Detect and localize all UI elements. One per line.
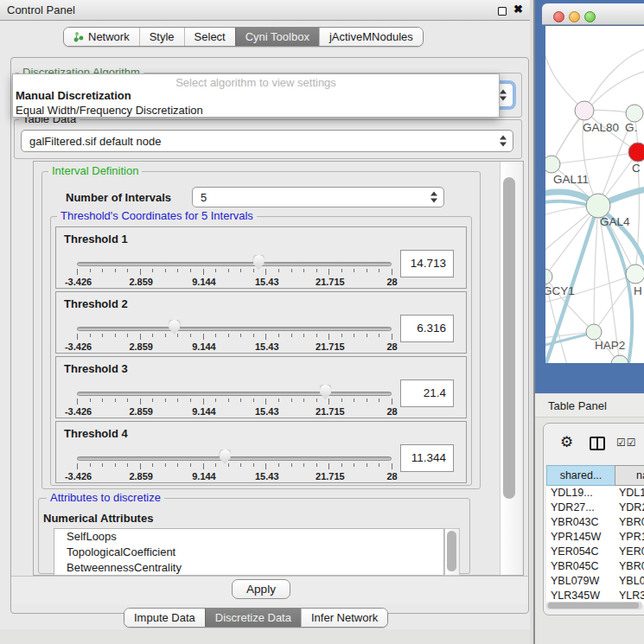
slider-track[interactable]	[77, 327, 392, 331]
network-edge[interactable]	[545, 36, 584, 111]
tick-label: -3.426	[65, 471, 92, 481]
tick-mark	[102, 334, 103, 337]
table-row[interactable]: YBL079WYBL0	[546, 574, 644, 589]
threshold-2-slider[interactable]: -3.4262.8599.14415.4321.71528	[77, 322, 392, 353]
network-node[interactable]	[628, 143, 644, 162]
tick-mark	[228, 463, 229, 467]
table-panel-titlebar: Table Panel	[535, 394, 644, 418]
network-node[interactable]	[545, 156, 560, 173]
split-view-icon[interactable]	[590, 437, 605, 450]
tab-label: Select	[194, 30, 226, 43]
number-of-intervals-label: Number of Intervals	[66, 191, 171, 204]
tick-mark	[228, 269, 229, 272]
combo-stepper-icon[interactable]	[500, 136, 507, 147]
network-edge[interactable]	[584, 48, 644, 111]
tab-impute-data[interactable]: Impute Data	[124, 609, 205, 627]
network-graph: GAL80G.CGAL11GAL4GCY1HHAP2	[545, 26, 644, 363]
tick-mark	[90, 269, 91, 272]
tab-label: Infer Network	[311, 611, 378, 624]
table-row[interactable]: YPR145WYPR1	[546, 530, 644, 545]
table-row[interactable]: YDL19...YDL1	[546, 486, 644, 501]
attributes-scrollbar-thumb[interactable]	[447, 531, 456, 571]
tab-infer-network[interactable]: Infer Network	[301, 609, 387, 627]
tab-discretize-data[interactable]: Discretize Data	[205, 609, 301, 627]
threshold-1-slider[interactable]: -3.4262.8599.14415.4321.71528	[77, 257, 392, 288]
tick-mark	[392, 334, 392, 340]
threshold-1-value-field[interactable]: 14.713	[400, 250, 454, 277]
tab-select[interactable]: Select	[184, 28, 235, 46]
network-view-canvas[interactable]: GAL80G.CGAL11GAL4GCY1HHAP2	[545, 26, 644, 363]
column-header-shared-name[interactable]: shared...	[546, 465, 615, 486]
tick-label: -3.426	[65, 406, 92, 417]
attribute-item-betweennesscentrality[interactable]: BetweennessCentrality	[54, 560, 443, 576]
close-icon[interactable]: ✖	[513, 3, 523, 16]
gear-icon[interactable]: ⚙	[560, 433, 573, 451]
cell-name: YDR2	[619, 501, 644, 515]
threshold-3-slider[interactable]: -3.4262.8599.14415.4321.71528	[77, 386, 392, 418]
numerical-attributes-list[interactable]: SelfLoopsTopologicalCoefficientBetweenne…	[54, 528, 444, 576]
table-panel-title: Table Panel	[548, 399, 607, 412]
threshold-2-value-field[interactable]: 6.316	[400, 315, 454, 342]
minimize-traffic-light[interactable]	[569, 11, 580, 22]
slider-handle[interactable]	[320, 385, 331, 399]
table-data-combobox[interactable]: galFiltered.sif default node	[21, 130, 513, 152]
tab-style[interactable]: Style	[139, 28, 184, 46]
network-edge[interactable]	[552, 152, 638, 164]
attribute-item-topologicalcoefficient[interactable]: TopologicalCoefficient	[54, 545, 443, 560]
slider-handle[interactable]	[220, 450, 231, 464]
threshold-4-value-field[interactable]: 11.344	[400, 444, 454, 472]
combo-stepper-icon[interactable]	[430, 192, 437, 203]
network-node[interactable]	[586, 194, 610, 218]
network-node[interactable]	[575, 101, 594, 120]
network-node[interactable]	[626, 105, 643, 122]
network-edge[interactable]	[594, 206, 598, 332]
threshold-3-value-field[interactable]: 21.4	[400, 379, 454, 407]
threshold-label: Threshold 4	[64, 427, 128, 440]
float-panel-icon[interactable]	[498, 7, 507, 16]
tab-jactivemnodules[interactable]: jActiveMNodules	[319, 28, 423, 46]
checkbox-icons[interactable]: ☑☑	[616, 437, 637, 449]
tab-network[interactable]: Network	[64, 28, 139, 46]
network-node[interactable]	[626, 265, 644, 284]
slider-handle[interactable]	[169, 320, 180, 335]
column-header-name[interactable]: na	[615, 465, 644, 486]
zoom-traffic-light[interactable]	[584, 11, 596, 22]
tick-mark	[341, 463, 342, 467]
slider-track[interactable]	[77, 262, 392, 266]
number-of-intervals-combobox[interactable]: 5	[192, 187, 444, 207]
slider-handle[interactable]	[253, 255, 265, 270]
tick-mark	[354, 269, 354, 272]
slider-track[interactable]	[77, 392, 392, 396]
table-row[interactable]: YBR043CYBR0	[546, 515, 644, 530]
table-row[interactable]: YBR045CYBR0	[546, 559, 644, 574]
close-traffic-light[interactable]	[553, 11, 564, 22]
vertical-scrollbar-thumb[interactable]	[503, 177, 515, 499]
tick-mark	[328, 399, 329, 405]
network-edge[interactable]	[635, 163, 639, 274]
tick-mark	[392, 463, 392, 469]
attributes-group-title: Attributes to discretize	[47, 492, 164, 504]
tick-label: 9.144	[192, 341, 216, 352]
network-node[interactable]	[586, 324, 602, 340]
cell-shared-name: YBR045C	[551, 559, 599, 574]
tick-label: 28	[386, 277, 397, 287]
table-row[interactable]: YER054CYER0	[546, 545, 644, 559]
slider-track[interactable]	[77, 456, 392, 461]
attribute-item-selfloops[interactable]: SelfLoops	[54, 529, 443, 545]
table-row[interactable]: YDR27...YDR2	[546, 501, 644, 515]
combo-stepper-icon[interactable]	[500, 90, 507, 101]
horizontal-scrollbar-thumb[interactable]	[548, 603, 639, 609]
tick-mark	[127, 463, 128, 467]
tick-mark	[90, 463, 91, 467]
network-window-titlebar[interactable]	[542, 3, 644, 25]
tab-label: Cyni Toolbox	[245, 30, 309, 43]
tick-mark	[379, 463, 379, 467]
threshold-4-slider[interactable]: -3.4262.8599.14415.4321.71528	[77, 451, 392, 482]
tick-mark	[165, 399, 166, 402]
network-edge[interactable]	[545, 206, 598, 277]
dropdown-option-equal-width-frequency-discretization[interactable]: Equal Width/Frequency Discretization	[16, 104, 203, 117]
network-node[interactable]	[545, 269, 552, 284]
apply-button[interactable]: Apply	[232, 579, 290, 599]
dropdown-option-manual-discretization[interactable]: Manual Discretization	[16, 89, 131, 102]
tab-cyni-toolbox[interactable]: Cyni Toolbox	[235, 28, 319, 46]
